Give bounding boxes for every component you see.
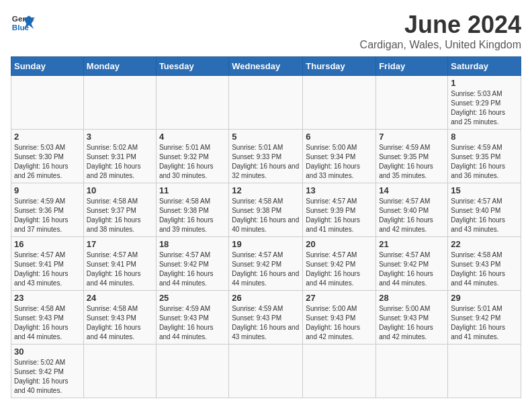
subtitle: Cardigan, Wales, United Kingdom (360, 39, 521, 51)
calendar-day-cell: 15Sunrise: 4:57 AMSunset: 9:40 PMDayligh… (448, 183, 521, 237)
calendar-day-cell (156, 76, 228, 130)
day-number: 22 (451, 239, 518, 249)
day-number: 30 (14, 347, 81, 357)
day-number: 27 (306, 293, 373, 303)
day-info: Sunrise: 5:02 AMSunset: 9:42 PMDaylight:… (14, 358, 81, 396)
day-number: 10 (87, 185, 153, 195)
day-number: 20 (306, 239, 373, 249)
calendar-day-cell: 23Sunrise: 4:58 AMSunset: 9:43 PMDayligh… (11, 291, 84, 345)
calendar-week-row: 30Sunrise: 5:02 AMSunset: 9:42 PMDayligh… (11, 345, 521, 398)
calendar-day-cell: 20Sunrise: 4:57 AMSunset: 9:42 PMDayligh… (303, 237, 376, 291)
calendar-day-cell: 4Sunrise: 5:01 AMSunset: 9:32 PMDaylight… (156, 130, 228, 183)
day-number: 29 (451, 293, 518, 303)
calendar-week-row: 23Sunrise: 4:58 AMSunset: 9:43 PMDayligh… (11, 291, 521, 345)
calendar: SundayMondayTuesdayWednesdayThursdayFrid… (11, 56, 521, 398)
day-info: Sunrise: 5:03 AMSunset: 9:30 PMDaylight:… (14, 143, 81, 181)
day-info: Sunrise: 4:58 AMSunset: 9:43 PMDaylight:… (14, 304, 81, 342)
day-number: 7 (379, 132, 445, 142)
calendar-day-cell (156, 345, 228, 398)
calendar-day-cell: 10Sunrise: 4:58 AMSunset: 9:37 PMDayligh… (83, 183, 156, 237)
day-number: 8 (451, 132, 518, 142)
logo-icon: General Blue (11, 11, 35, 35)
calendar-day-cell (303, 76, 376, 130)
day-info: Sunrise: 4:59 AMSunset: 9:35 PMDaylight:… (379, 143, 445, 181)
day-info: Sunrise: 5:00 AMSunset: 9:43 PMDaylight:… (306, 304, 373, 342)
day-info: Sunrise: 4:58 AMSunset: 9:43 PMDaylight:… (451, 250, 518, 288)
title-area: June 2024 Cardigan, Wales, United Kingdo… (360, 11, 521, 51)
day-info: Sunrise: 4:57 AMSunset: 9:41 PMDaylight:… (14, 250, 81, 288)
day-number: 26 (232, 293, 300, 303)
day-number: 5 (232, 132, 300, 142)
day-number: 15 (451, 185, 518, 195)
day-of-week-header: Tuesday (156, 57, 228, 76)
day-info: Sunrise: 5:00 AMSunset: 9:34 PMDaylight:… (306, 143, 373, 181)
day-number: 4 (159, 132, 226, 142)
day-info: Sunrise: 4:57 AMSunset: 9:42 PMDaylight:… (232, 250, 300, 288)
day-info: Sunrise: 4:57 AMSunset: 9:41 PMDaylight:… (87, 250, 153, 288)
day-info: Sunrise: 5:00 AMSunset: 9:43 PMDaylight:… (379, 304, 445, 342)
day-of-week-header: Friday (376, 57, 448, 76)
day-number: 9 (14, 185, 81, 195)
calendar-day-cell (448, 345, 521, 398)
day-number: 21 (379, 239, 445, 249)
day-of-week-header: Saturday (448, 57, 521, 76)
calendar-day-cell: 16Sunrise: 4:57 AMSunset: 9:41 PMDayligh… (11, 237, 84, 291)
calendar-day-cell: 28Sunrise: 5:00 AMSunset: 9:43 PMDayligh… (376, 291, 448, 345)
day-number: 11 (159, 185, 226, 195)
day-number: 18 (159, 239, 226, 249)
calendar-week-row: 1Sunrise: 5:03 AMSunset: 9:29 PMDaylight… (11, 76, 521, 130)
day-info: Sunrise: 4:59 AMSunset: 9:35 PMDaylight:… (451, 143, 518, 181)
day-number: 14 (379, 185, 445, 195)
day-info: Sunrise: 4:57 AMSunset: 9:42 PMDaylight:… (306, 250, 373, 288)
calendar-day-cell: 3Sunrise: 5:02 AMSunset: 9:31 PMDaylight… (83, 130, 156, 183)
calendar-day-cell: 21Sunrise: 4:57 AMSunset: 9:42 PMDayligh… (376, 237, 448, 291)
day-of-week-header: Monday (83, 57, 156, 76)
day-info: Sunrise: 5:03 AMSunset: 9:29 PMDaylight:… (451, 89, 518, 127)
logo: General Blue (11, 11, 35, 35)
calendar-day-cell (83, 345, 156, 398)
day-number: 19 (232, 239, 300, 249)
calendar-header-row: SundayMondayTuesdayWednesdayThursdayFrid… (11, 57, 521, 76)
day-info: Sunrise: 5:01 AMSunset: 9:32 PMDaylight:… (159, 143, 226, 181)
day-info: Sunrise: 5:01 AMSunset: 9:42 PMDaylight:… (451, 304, 518, 342)
day-number: 6 (306, 132, 373, 142)
calendar-day-cell: 7Sunrise: 4:59 AMSunset: 9:35 PMDaylight… (376, 130, 448, 183)
calendar-day-cell: 27Sunrise: 5:00 AMSunset: 9:43 PMDayligh… (303, 291, 376, 345)
day-info: Sunrise: 4:59 AMSunset: 9:43 PMDaylight:… (232, 304, 300, 342)
day-info: Sunrise: 4:58 AMSunset: 9:37 PMDaylight:… (87, 197, 153, 234)
day-of-week-header: Thursday (303, 57, 376, 76)
calendar-day-cell: 2Sunrise: 5:03 AMSunset: 9:30 PMDaylight… (11, 130, 84, 183)
day-info: Sunrise: 5:02 AMSunset: 9:31 PMDaylight:… (87, 143, 153, 181)
day-info: Sunrise: 4:57 AMSunset: 9:39 PMDaylight:… (306, 197, 373, 234)
day-info: Sunrise: 4:58 AMSunset: 9:38 PMDaylight:… (159, 197, 226, 234)
calendar-week-row: 9Sunrise: 4:59 AMSunset: 9:36 PMDaylight… (11, 183, 521, 237)
main-title: June 2024 (360, 11, 521, 39)
day-info: Sunrise: 4:57 AMSunset: 9:42 PMDaylight:… (379, 250, 445, 288)
calendar-day-cell: 18Sunrise: 4:57 AMSunset: 9:42 PMDayligh… (156, 237, 228, 291)
day-number: 28 (379, 293, 445, 303)
calendar-day-cell: 11Sunrise: 4:58 AMSunset: 9:38 PMDayligh… (156, 183, 228, 237)
calendar-day-cell (11, 76, 84, 130)
day-info: Sunrise: 4:59 AMSunset: 9:43 PMDaylight:… (159, 304, 226, 342)
calendar-day-cell: 24Sunrise: 4:58 AMSunset: 9:43 PMDayligh… (83, 291, 156, 345)
day-number: 24 (87, 293, 153, 303)
calendar-day-cell: 8Sunrise: 4:59 AMSunset: 9:35 PMDaylight… (448, 130, 521, 183)
calendar-day-cell: 1Sunrise: 5:03 AMSunset: 9:29 PMDaylight… (448, 76, 521, 130)
day-number: 25 (159, 293, 226, 303)
day-number: 16 (14, 239, 81, 249)
calendar-day-cell: 5Sunrise: 5:01 AMSunset: 9:33 PMDaylight… (229, 130, 303, 183)
calendar-day-cell: 19Sunrise: 4:57 AMSunset: 9:42 PMDayligh… (229, 237, 303, 291)
day-info: Sunrise: 4:57 AMSunset: 9:42 PMDaylight:… (159, 250, 226, 288)
calendar-day-cell (376, 76, 448, 130)
day-info: Sunrise: 4:59 AMSunset: 9:36 PMDaylight:… (14, 197, 81, 234)
calendar-day-cell: 25Sunrise: 4:59 AMSunset: 9:43 PMDayligh… (156, 291, 228, 345)
calendar-week-row: 2Sunrise: 5:03 AMSunset: 9:30 PMDaylight… (11, 130, 521, 183)
day-number: 2 (14, 132, 81, 142)
calendar-day-cell: 22Sunrise: 4:58 AMSunset: 9:43 PMDayligh… (448, 237, 521, 291)
calendar-day-cell: 9Sunrise: 4:59 AMSunset: 9:36 PMDaylight… (11, 183, 84, 237)
day-number: 23 (14, 293, 81, 303)
day-number: 17 (87, 239, 153, 249)
day-of-week-header: Wednesday (229, 57, 303, 76)
calendar-day-cell: 14Sunrise: 4:57 AMSunset: 9:40 PMDayligh… (376, 183, 448, 237)
day-info: Sunrise: 5:01 AMSunset: 9:33 PMDaylight:… (232, 143, 300, 181)
